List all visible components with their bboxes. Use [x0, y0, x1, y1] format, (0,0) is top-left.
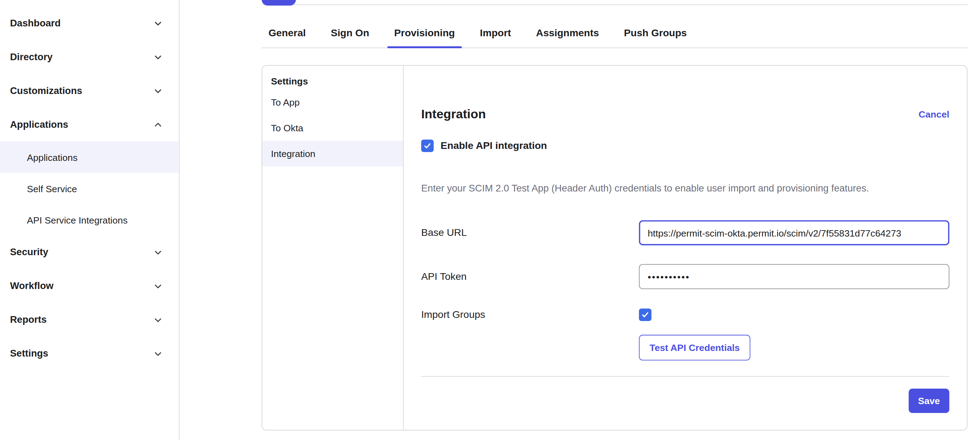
app-logo — [261, 0, 296, 6]
sidebar-item-settings[interactable]: Settings — [0, 337, 179, 370]
chevron-down-icon — [153, 315, 163, 324]
api-token-input[interactable] — [639, 264, 950, 289]
subnav-item-to-okta[interactable]: To Okta — [262, 115, 403, 141]
sidebar-item-customizations[interactable]: Customizations — [0, 74, 179, 108]
sidebar-item-security[interactable]: Security — [0, 235, 179, 269]
sidebar-item-label: Settings — [10, 348, 48, 359]
api-token-label: API Token — [421, 271, 639, 282]
save-row: Save — [421, 389, 949, 413]
panel-divider — [421, 376, 949, 376]
sidebar-item-label: API Service Integrations — [27, 214, 127, 225]
chevron-down-icon — [153, 86, 163, 95]
tab-label: General — [269, 27, 306, 38]
enable-api-checkbox[interactable] — [421, 140, 434, 152]
sidebar-item-workflow[interactable]: Workflow — [0, 269, 179, 303]
sidebar-item-self-service[interactable]: Self Service — [0, 173, 179, 204]
subnav-item-integration[interactable]: Integration — [262, 141, 403, 167]
credentials-description: Enter your SCIM 2.0 Test App (Header Aut… — [421, 182, 949, 195]
sidebar-item-api-service-integrations[interactable]: API Service Integrations — [0, 204, 179, 235]
chevron-down-icon — [153, 52, 163, 62]
tab-push-groups[interactable]: Push Groups — [617, 27, 694, 48]
sidebar-item-label: Applications — [10, 119, 68, 130]
api-token-row: API Token — [421, 264, 949, 289]
base-url-row: Base URL — [421, 220, 949, 245]
okta-admin-console: Dashboard Directory Customizations Appli… — [0, 0, 980, 440]
tab-label: Provisioning — [394, 27, 455, 38]
base-url-input[interactable] — [639, 220, 950, 245]
sidebar-item-label: Reports — [10, 314, 46, 325]
integration-panel: Integration Cancel Enable API integratio… — [404, 66, 967, 430]
subnav-item-label: To Okta — [271, 122, 304, 133]
save-button[interactable]: Save — [908, 389, 950, 413]
tab-provisioning[interactable]: Provisioning — [387, 27, 461, 48]
chevron-up-icon — [153, 120, 163, 129]
sidebar-item-label: Applications — [27, 152, 78, 162]
subnav-item-label: Integration — [271, 148, 315, 159]
main-content: General Sign On Provisioning Import Assi… — [180, 0, 980, 440]
subnav-item-to-app[interactable]: To App — [262, 89, 403, 115]
tab-sign-on[interactable]: Sign On — [324, 27, 376, 48]
tab-import[interactable]: Import — [473, 27, 518, 48]
app-tabs: General Sign On Provisioning Import Assi… — [261, 5, 967, 48]
tab-label: Sign On — [331, 27, 369, 38]
check-icon — [641, 310, 649, 319]
subnav-item-label: To App — [271, 97, 300, 108]
sidebar-item-applications[interactable]: Applications — [0, 108, 179, 141]
import-groups-label: Import Groups — [421, 309, 639, 320]
provisioning-subnav: Settings To App To Okta Integration — [262, 66, 404, 430]
tab-assignments[interactable]: Assignments — [529, 27, 606, 48]
subnav-header: Settings — [262, 72, 403, 89]
sidebar-item-label: Workflow — [10, 280, 54, 291]
sidebar-item-label: Security — [10, 246, 48, 258]
sidebar-item-reports[interactable]: Reports — [0, 303, 179, 337]
import-groups-checkbox[interactable] — [639, 308, 652, 321]
enable-api-label: Enable API integration — [441, 140, 547, 151]
test-credentials-row: Test API Credentials — [421, 335, 949, 361]
chevron-down-icon — [153, 248, 163, 257]
sidebar-item-applications-applications[interactable]: Applications — [0, 141, 179, 173]
import-groups-row: Import Groups — [421, 308, 949, 321]
test-api-credentials-button[interactable]: Test API Credentials — [639, 335, 751, 361]
sidebar-item-label: Customizations — [10, 85, 82, 97]
enable-api-row: Enable API integration — [421, 140, 949, 152]
tab-label: Assignments — [536, 27, 599, 38]
sidebar-item-label: Self Service — [27, 183, 77, 194]
sidebar-item-label: Directory — [10, 51, 52, 63]
chevron-down-icon — [153, 281, 163, 291]
cancel-link[interactable]: Cancel — [918, 108, 949, 119]
sidebar-item-label: Dashboard — [10, 17, 60, 29]
panel-header: Integration Cancel — [421, 106, 949, 122]
app-header-remnant — [261, 0, 967, 5]
tab-label: Push Groups — [624, 27, 687, 38]
sidebar-item-dashboard[interactable]: Dashboard — [0, 6, 179, 40]
page-title: Integration — [421, 106, 486, 122]
check-icon — [423, 141, 432, 150]
chevron-down-icon — [153, 18, 163, 28]
sidebar-item-directory[interactable]: Directory — [0, 40, 179, 74]
base-url-label: Base URL — [421, 227, 639, 238]
chevron-down-icon — [153, 349, 163, 358]
sidebar: Dashboard Directory Customizations Appli… — [0, 0, 180, 440]
sidebar-applications-children: Applications Self Service API Service In… — [0, 141, 179, 235]
provisioning-card: Settings To App To Okta Integration Inte… — [261, 65, 967, 430]
tab-general[interactable]: General — [261, 27, 313, 48]
tab-label: Import — [480, 27, 511, 38]
